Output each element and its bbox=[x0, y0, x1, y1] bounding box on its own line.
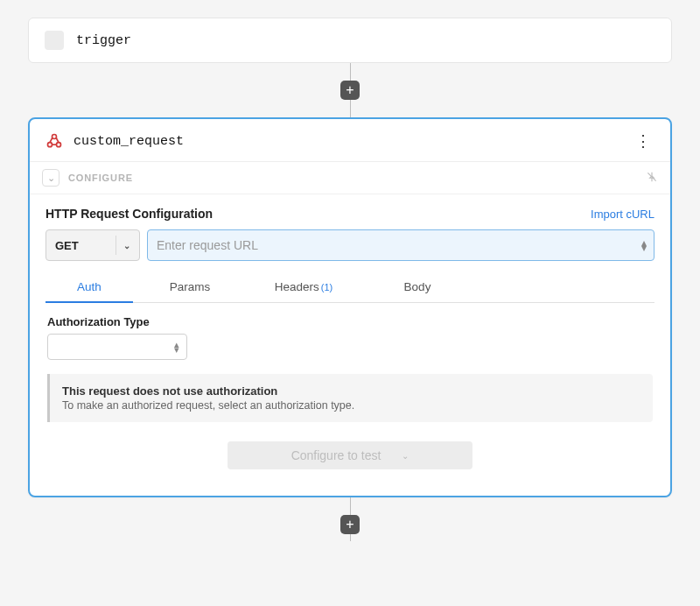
section-title: HTTP Request Configuration bbox=[46, 207, 213, 221]
connector-line bbox=[350, 497, 351, 515]
auth-panel: Authorization Type ▴▾ This request does … bbox=[46, 303, 654, 422]
connector-line bbox=[350, 63, 351, 81]
request-url-input[interactable]: Enter request URL ▴▾ bbox=[147, 229, 654, 261]
chevron-down-icon: ⌄ bbox=[123, 241, 130, 250]
plus-icon: + bbox=[346, 518, 354, 532]
chevron-down-icon: ⌄ bbox=[402, 451, 409, 461]
configure-label: CONFIGURE bbox=[68, 173, 637, 183]
connector: + bbox=[28, 497, 672, 541]
chevron-down-icon: ⌄ bbox=[47, 173, 55, 184]
config-tabs: Auth Params Headers(1) Body bbox=[46, 271, 654, 303]
notice-text: To make an authorized request, select an… bbox=[62, 399, 640, 412]
tab-headers[interactable]: Headers(1) bbox=[247, 271, 360, 302]
url-placeholder: Enter request URL bbox=[157, 238, 258, 252]
step-menu-button[interactable]: ⋮ bbox=[632, 131, 654, 151]
auth-type-select[interactable]: ▴▾ bbox=[47, 334, 187, 360]
stepper-icon: ▴▾ bbox=[174, 342, 179, 352]
notice-title: This request does not use authorization bbox=[62, 384, 640, 398]
connector-line bbox=[350, 100, 351, 117]
tab-params[interactable]: Params bbox=[133, 271, 247, 302]
step-header: custom_request ⋮ bbox=[30, 119, 670, 162]
collapse-toggle[interactable]: ⌄ bbox=[42, 169, 60, 187]
trigger-icon-placeholder bbox=[45, 31, 64, 50]
step-title: custom_request bbox=[74, 134, 621, 149]
custom-request-step: custom_request ⋮ ⌄ CONFIGURE HTTP Reques… bbox=[28, 117, 672, 497]
webhook-icon bbox=[46, 132, 63, 150]
tab-auth[interactable]: Auth bbox=[46, 271, 133, 302]
trigger-step[interactable]: trigger bbox=[28, 18, 672, 63]
http-method-select[interactable]: GET ⌄ bbox=[46, 229, 140, 261]
step-body: HTTP Request Configuration Import cURL G… bbox=[30, 194, 670, 496]
svg-point-0 bbox=[48, 143, 52, 147]
connector: + bbox=[28, 63, 672, 117]
auth-type-label: Authorization Type bbox=[47, 315, 653, 328]
stepper-icon: ▴▾ bbox=[641, 240, 647, 250]
auth-notice: This request does not use authorization … bbox=[47, 374, 653, 422]
add-step-button[interactable]: + bbox=[340, 515, 360, 534]
trigger-label: trigger bbox=[76, 33, 131, 48]
configure-to-test-button[interactable]: Configure to test ⌄ bbox=[228, 441, 472, 469]
svg-point-1 bbox=[57, 143, 61, 147]
tab-body[interactable]: Body bbox=[360, 271, 474, 302]
plus-icon: + bbox=[346, 83, 354, 97]
configure-bar: ⌄ CONFIGURE bbox=[30, 162, 670, 194]
import-curl-link[interactable]: Import cURL bbox=[591, 208, 654, 221]
connector-line bbox=[350, 534, 351, 541]
pin-icon[interactable] bbox=[646, 171, 658, 186]
add-step-button[interactable]: + bbox=[340, 81, 360, 100]
http-method-value: GET bbox=[55, 239, 79, 252]
